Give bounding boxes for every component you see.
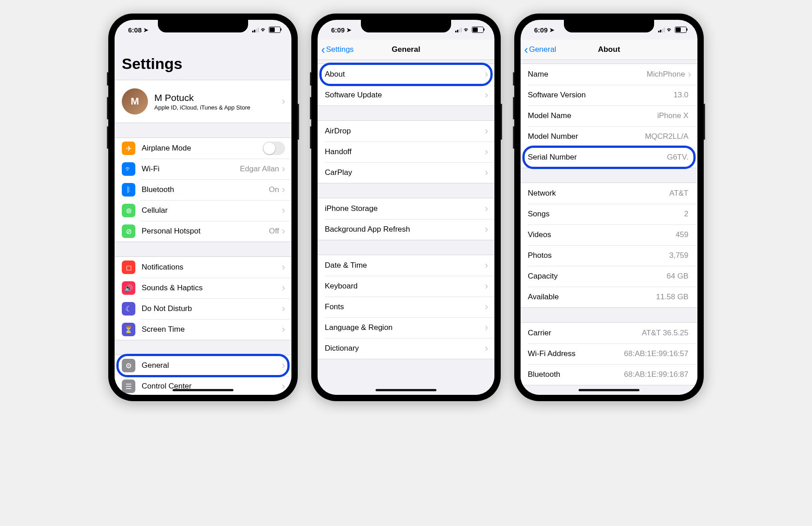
row-value: AT&T 36.5.25 [642,329,688,338]
row-general[interactable]: ⚙General› [115,355,291,376]
home-indicator[interactable] [173,389,234,391]
status-time: 6:09 [534,26,548,34]
chevron-icon: › [485,146,488,158]
row-name[interactable]: NameMichPhone› [521,64,697,85]
cellular-icon: ⊚ [122,204,135,217]
row-label: Wi-Fi Address [528,349,624,358]
notch [158,20,248,32]
row-value: AT&T [669,189,688,198]
chevron-icon: › [485,322,488,334]
phone-frame-general: 6:09 ➤ ᯤ ‹ Settings General About›Softwa… [311,14,501,401]
signal-icon [252,27,259,32]
notch [361,20,451,32]
row-value: 13.0 [674,91,688,100]
row-label: AirDrop [325,127,485,136]
row-value: Off [269,227,279,236]
row-do-not-disturb[interactable]: ☾Do Not Disturb› [115,298,291,319]
row-carrier[interactable]: CarrierAT&T 36.5.25 [521,323,697,343]
dnd-icon: ☾ [122,302,135,316]
home-indicator[interactable] [376,389,437,391]
row-control-center[interactable]: ☰Control Center› [115,376,291,395]
row-label: Model Number [528,132,645,141]
row-value: 459 [676,230,688,239]
row-label: Model Name [528,111,657,120]
row-network[interactable]: NetworkAT&T [521,183,697,204]
row-available[interactable]: Available11.58 GB [521,287,697,307]
location-icon: ➤ [346,27,351,33]
row-software-update[interactable]: Software Update› [318,85,494,105]
row-serial-number[interactable]: Serial NumberG6TV. [521,147,697,168]
chevron-icon: › [282,282,285,294]
chevron-icon: › [485,125,488,137]
row-capacity[interactable]: Capacity64 GB [521,266,697,287]
row-label: Bluetooth [528,370,624,379]
row-cellular[interactable]: ⊚Cellular› [115,200,291,221]
row-handoff[interactable]: Handoff› [318,142,494,162]
row-label: Dictionary [325,344,485,353]
toggle-switch[interactable] [263,142,285,155]
chevron-icon: › [485,343,488,354]
status-time: 6:08 [128,26,142,34]
row-software-version[interactable]: Software Version13.0 [521,85,697,105]
row-label: Handoff [325,147,485,156]
row-wi-fi-address[interactable]: Wi-Fi Address68:AB:1E:99:16:57 [521,343,697,364]
row-bluetooth[interactable]: ᛒBluetoothOn› [115,179,291,200]
battery-icon [269,27,281,33]
back-label: General [529,45,556,54]
row-bluetooth[interactable]: Bluetooth68:AB:1E:99:16:87 [521,364,697,385]
row-songs[interactable]: Songs2 [521,204,697,224]
row-sounds-haptics[interactable]: 🔊Sounds & Haptics› [115,278,291,298]
row-airplane-mode[interactable]: ✈Airplane Mode [115,138,291,159]
row-label: Songs [528,210,684,219]
row-value: G6TV. [667,153,688,162]
row-background-app-refresh[interactable]: Background App Refresh› [318,219,494,240]
nav-bar: ‹ Settings General [318,40,494,60]
row-label: Photos [528,251,669,260]
chevron-icon: › [688,69,691,80]
row-keyboard[interactable]: Keyboard› [318,276,494,297]
chevron-left-icon: ‹ [524,44,528,55]
back-button[interactable]: ‹ Settings [318,44,354,55]
page-title: Settings [115,40,291,76]
row-label: Capacity [528,272,667,281]
row-label: Cellular [142,206,282,215]
row-carplay[interactable]: CarPlay› [318,162,494,183]
home-indicator[interactable] [579,389,640,391]
row-model-number[interactable]: Model NumberMQCR2LL/A [521,126,697,147]
row-label: General [142,361,282,370]
row-model-name[interactable]: Model NameiPhone X [521,105,697,126]
row-language-region[interactable]: Language & Region› [318,317,494,338]
profile-row[interactable]: M M Potuck Apple ID, iCloud, iTunes & Ap… [115,80,291,123]
row-screen-time[interactable]: ⏳Screen Time› [115,319,291,340]
phone-frame-settings: 6:08 ➤ ᯤ Settings M M Potuck Apple ID, i… [108,14,298,401]
row-label: Screen Time [142,325,282,334]
row-label: Software Version [528,91,674,100]
row-about[interactable]: About› [318,64,494,85]
row-value: 68:AB:1E:99:16:87 [624,370,688,379]
row-label: iPhone Storage [325,204,485,213]
chevron-icon: › [282,324,285,335]
row-fonts[interactable]: Fonts› [318,297,494,317]
notch [564,20,654,32]
chevron-icon: › [282,184,285,196]
row-dictionary[interactable]: Dictionary› [318,338,494,359]
back-button[interactable]: ‹ General [521,44,556,55]
wifi-icon: ᯤ [261,26,267,33]
row-wi-fi[interactable]: ᯤWi-FiEdgar Allan› [115,159,291,179]
row-photos[interactable]: Photos3,759 [521,245,697,266]
profile-subtitle: Apple ID, iCloud, iTunes & App Store [154,104,282,111]
battery-icon [675,27,687,33]
row-personal-hotspot[interactable]: ⊘Personal HotspotOff› [115,221,291,242]
row-label: Network [528,189,669,198]
location-icon: ➤ [143,27,148,33]
row-label: Wi-Fi [142,165,240,174]
row-notifications[interactable]: ◻Notifications› [115,257,291,278]
row-label: Carrier [528,329,642,338]
chevron-icon: › [282,380,285,392]
row-label: Do Not Disturb [142,304,282,313]
row-label: Date & Time [325,261,485,270]
row-videos[interactable]: Videos459 [521,224,697,245]
row-date-time[interactable]: Date & Time› [318,255,494,276]
row-iphone-storage[interactable]: iPhone Storage› [318,198,494,219]
row-airdrop[interactable]: AirDrop› [318,121,494,142]
